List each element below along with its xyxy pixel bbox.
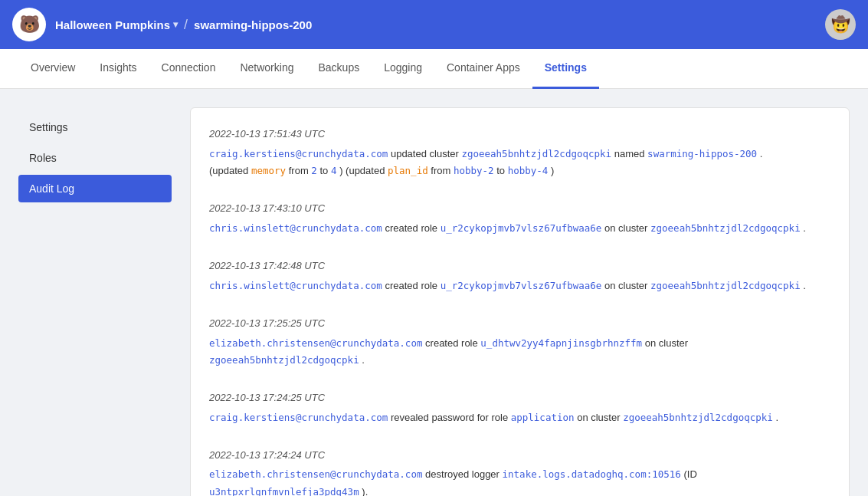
audit-timestamp-5: 2022-10-13 17:24:25 UTC xyxy=(209,390,830,406)
cluster-link-3[interactable]: zgoeeah5bnhtzjdl2cdgoqcpki xyxy=(650,280,801,291)
actor-link-1[interactable]: craig.kerstiens@crunchydata.com xyxy=(209,148,388,159)
tab-networking[interactable]: Networking xyxy=(228,49,306,89)
period-2: . xyxy=(803,222,806,234)
on-cluster-3: on cluster xyxy=(604,280,650,291)
actor-link-5[interactable]: craig.kerstiens@crunchydata.com xyxy=(209,412,388,423)
audit-text-3: chris.winslett@crunchydata.com created r… xyxy=(209,278,830,294)
action-text-1: updated cluster xyxy=(391,148,462,159)
tab-insights[interactable]: Insights xyxy=(87,49,149,89)
on-cluster-4: on cluster xyxy=(645,337,688,349)
audit-entry-3: 2022-10-13 17:42:48 UTC chris.winslett@c… xyxy=(209,258,830,294)
to-val-2[interactable]: hobby-4 xyxy=(508,165,549,176)
audit-timestamp-4: 2022-10-13 17:25:25 UTC xyxy=(209,316,830,332)
role-id-link-5[interactable]: application xyxy=(511,412,575,423)
id-label-6: (ID xyxy=(683,468,696,480)
audit-text-4: elizabeth.christensen@crunchydata.com cr… xyxy=(209,335,830,369)
app-header: 🐻 Halloween Pumpkins ▾ / swarming-hippos… xyxy=(0,0,868,49)
audit-entry-6: 2022-10-13 17:24:24 UTC elizabeth.christ… xyxy=(209,448,830,496)
sub-id-link-6[interactable]: u3ntpxrlgnfmvnlefja3pdg43m xyxy=(209,486,359,496)
tab-overview[interactable]: Overview xyxy=(18,49,87,89)
actor-link-4[interactable]: elizabeth.christensen@crunchydata.com xyxy=(209,337,422,349)
updated-text-1: (updated xyxy=(209,165,251,176)
project-name-label: Halloween Pumpkins xyxy=(55,18,170,31)
logo-icon: 🐻 xyxy=(19,15,40,34)
tab-connection[interactable]: Connection xyxy=(149,49,228,89)
sidebar-item-audit-log[interactable]: Audit Log xyxy=(18,175,172,202)
tab-settings[interactable]: Settings xyxy=(532,49,599,89)
named-text-1: named xyxy=(614,148,647,159)
close-paren-6: ). xyxy=(362,486,368,496)
field-plan-id: plan_id xyxy=(388,165,428,176)
cluster-link-5[interactable]: zgoeeah5bnhtzjdl2cdgoqcpki xyxy=(623,412,773,423)
logger-id-link-6[interactable]: intake.logs.datadoghq.com:10516 xyxy=(503,468,681,480)
audit-text-5: craig.kerstiens@crunchydata.com revealed… xyxy=(209,409,830,426)
audit-entry-1: 2022-10-13 17:51:43 UTC craig.kerstiens@… xyxy=(209,126,830,179)
audit-entry-4: 2022-10-13 17:25:25 UTC elizabeth.christ… xyxy=(209,316,830,369)
sidebar-item-roles[interactable]: Roles xyxy=(18,144,172,172)
tab-container-apps[interactable]: Container Apps xyxy=(434,49,532,89)
actor-link-2[interactable]: chris.winslett@crunchydata.com xyxy=(209,222,382,234)
dot-1: . xyxy=(760,148,763,159)
audit-timestamp-6: 2022-10-13 17:24:24 UTC xyxy=(209,448,830,464)
main-content: Settings Roles Audit Log 2022-10-13 17:5… xyxy=(0,89,868,496)
actor-link-6[interactable]: elizabeth.christensen@crunchydata.com xyxy=(209,468,422,480)
audit-entry-2: 2022-10-13 17:43:10 UTC chris.winslett@c… xyxy=(209,201,830,237)
from-val-2[interactable]: hobby-2 xyxy=(454,165,494,176)
to-text-2: to xyxy=(496,165,507,176)
role-id-link-3[interactable]: u_r2cykopjmvb7vlsz67ufbwaa6e xyxy=(441,280,602,291)
audit-text-1: craig.kerstiens@crunchydata.com updated … xyxy=(209,146,830,179)
close-paren-2: ) xyxy=(551,165,554,176)
period-3: . xyxy=(803,280,806,291)
action-text-6: destroyed logger xyxy=(425,468,502,480)
from-text-1: from xyxy=(289,165,312,176)
audit-timestamp-1: 2022-10-13 17:51:43 UTC xyxy=(209,126,830,143)
breadcrumb: Halloween Pumpkins ▾ / swarming-hippos-2… xyxy=(55,17,312,33)
field-memory: memory xyxy=(251,165,286,176)
settings-sidebar: Settings Roles Audit Log xyxy=(18,107,172,496)
action-text-3: created role xyxy=(385,280,440,291)
sidebar-item-settings[interactable]: Settings xyxy=(18,113,172,141)
cluster-link-2[interactable]: zgoeeah5bnhtzjdl2cdgoqcpki xyxy=(650,222,801,234)
cluster-name-label: swarming-hippos-200 xyxy=(194,18,312,31)
action-text-4: created role xyxy=(425,337,480,349)
audit-entry-5: 2022-10-13 17:24:25 UTC craig.kerstiens@… xyxy=(209,390,830,426)
to-val-1[interactable]: 4 xyxy=(331,165,337,176)
audit-text-2: chris.winslett@crunchydata.com created r… xyxy=(209,220,830,237)
audit-text-6: elizabeth.christensen@crunchydata.com de… xyxy=(209,466,830,496)
audit-timestamp-3: 2022-10-13 17:42:48 UTC xyxy=(209,258,830,274)
on-cluster-2: on cluster xyxy=(604,222,650,234)
role-id-link-4[interactable]: u_dhtwv2yy4fapnjinsgbrhnzffm xyxy=(480,337,642,349)
from-val-1[interactable]: 2 xyxy=(311,165,317,176)
period-5: . xyxy=(775,412,778,423)
header-left: 🐻 Halloween Pumpkins ▾ / swarming-hippos… xyxy=(12,8,312,41)
app-logo[interactable]: 🐻 xyxy=(12,8,46,41)
on-cluster-5: on cluster xyxy=(577,412,623,423)
action-text-5: revealed password for role xyxy=(391,412,511,423)
cluster-name-link-1[interactable]: swarming-hippos-200 xyxy=(647,148,757,159)
nav-tabs: Overview Insights Connection Networking … xyxy=(0,49,868,89)
period-4: . xyxy=(362,354,365,366)
avatar-emoji: 🤠 xyxy=(831,15,850,34)
audit-log-content: 2022-10-13 17:51:43 UTC craig.kerstiens@… xyxy=(190,107,850,496)
role-id-link-2[interactable]: u_r2cykopjmvb7vlsz67ufbwaa6e xyxy=(441,222,602,234)
tab-backups[interactable]: Backups xyxy=(306,49,372,89)
chevron-down-icon: ▾ xyxy=(173,19,178,30)
cluster-id-link-1[interactable]: zgoeeah5bnhtzjdl2cdgoqcpki xyxy=(461,148,611,159)
audit-timestamp-2: 2022-10-13 17:43:10 UTC xyxy=(209,201,830,217)
actor-link-3[interactable]: chris.winslett@crunchydata.com xyxy=(209,280,382,291)
user-avatar[interactable]: 🤠 xyxy=(825,9,856,40)
tab-logging[interactable]: Logging xyxy=(372,49,434,89)
cluster-link-4[interactable]: zgoeeah5bnhtzjdl2cdgoqcpki xyxy=(209,354,359,366)
to-text-1: to xyxy=(320,165,331,176)
project-name-link[interactable]: Halloween Pumpkins ▾ xyxy=(55,18,178,31)
breadcrumb-separator: / xyxy=(184,17,188,33)
from-text-2: from xyxy=(431,165,454,176)
close-paren-1: ) (updated xyxy=(339,165,388,176)
action-text-2: created role xyxy=(385,222,440,234)
